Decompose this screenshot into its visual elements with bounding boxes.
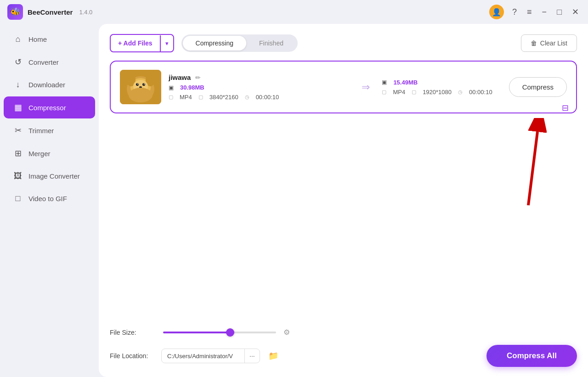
titlebar-left: 🐝 BeeConverter 1.4.0 xyxy=(7,4,92,20)
content-area: + Add Files ▾ Compressing Finished 🗑 Cle… xyxy=(99,24,588,377)
merger-icon: ⊞ xyxy=(13,148,23,158)
file-name-row: jiwawa ✏ xyxy=(169,73,350,81)
sidebar-item-label: Converter xyxy=(28,58,59,66)
app-logo: 🐝 xyxy=(7,4,23,20)
original-size: 30.98MB xyxy=(180,84,204,91)
folder-open-button[interactable]: 📁 xyxy=(266,349,281,363)
size-settings-button[interactable]: ⚙ xyxy=(282,326,292,338)
file-icon-orig: ▣ xyxy=(169,84,174,91)
sidebar-item-downloader[interactable]: ↓ Downloader xyxy=(4,74,95,96)
sidebar-item-image-converter[interactable]: 🖼 Image Converter xyxy=(4,165,95,187)
tab-compressing[interactable]: Compressing xyxy=(183,36,246,51)
file-location-row: File Location: C:/Users/Administrator/V … xyxy=(110,349,281,363)
main-layout: ⌂ Home ↺ Converter ↓ Downloader ▦ Compre… xyxy=(0,24,588,377)
close-button[interactable]: ✕ xyxy=(570,5,581,19)
help-button[interactable]: ? xyxy=(510,6,519,19)
sidebar-item-label: Image Converter xyxy=(28,172,80,180)
clock-icon-comp: ◷ xyxy=(458,89,463,95)
file-info-right: ▣ 15.49MB ▢ MP4 ▢ 1920*1080 ◷ 00:00:10 xyxy=(382,79,492,96)
sidebar-item-compressor[interactable]: ▦ Compressor xyxy=(4,96,95,118)
svg-point-6 xyxy=(136,83,139,86)
menu-button[interactable]: ≡ xyxy=(525,6,534,19)
home-icon: ⌂ xyxy=(13,34,23,44)
original-duration: 00:00:10 xyxy=(256,94,279,101)
original-resolution: 3840*2160 xyxy=(209,94,238,101)
svg-point-7 xyxy=(142,83,145,86)
sidebar-item-converter[interactable]: ↺ Converter xyxy=(4,51,95,73)
resolution-icon-orig: ▢ xyxy=(198,94,203,100)
add-files-button[interactable]: + Add Files ▾ xyxy=(110,34,174,52)
sidebar-item-home[interactable]: ⌂ Home xyxy=(4,28,95,50)
edit-icon[interactable]: ✏ xyxy=(195,74,201,81)
trash-icon: 🗑 xyxy=(531,39,537,47)
svg-point-11 xyxy=(129,88,153,102)
file-thumbnail xyxy=(120,70,161,104)
arrow-section: ⇒ xyxy=(357,81,374,93)
file-location-label: File Location: xyxy=(110,352,156,360)
clock-icon-orig: ◷ xyxy=(245,94,249,100)
compress-all-button[interactable]: Compress All xyxy=(486,345,577,367)
video-to-gif-icon: □ xyxy=(13,194,23,203)
clear-list-button[interactable]: 🗑 Clear List xyxy=(521,34,577,52)
red-arrow-annotation xyxy=(501,118,547,212)
sidebar-item-video-to-gif[interactable]: □ Video to GIF xyxy=(4,188,95,209)
format-icon-comp: ▢ xyxy=(382,89,386,95)
file-meta-original: ▣ 30.98MB xyxy=(169,84,350,91)
compressed-duration: 00:00:10 xyxy=(469,89,492,96)
sidebar: ⌂ Home ↺ Converter ↓ Downloader ▦ Compre… xyxy=(0,24,99,377)
image-converter-icon: 🖼 xyxy=(13,171,23,181)
top-bar: + Add Files ▾ Compressing Finished 🗑 Cle… xyxy=(110,34,577,52)
compress-button[interactable]: Compress xyxy=(509,77,567,97)
trimmer-icon: ✂ xyxy=(13,125,23,135)
converter-icon: ↺ xyxy=(13,57,23,67)
tab-group: Compressing Finished xyxy=(181,34,298,52)
add-files-dropdown-button[interactable]: ▾ xyxy=(160,35,173,51)
format-icon-orig: ▢ xyxy=(169,94,173,100)
sidebar-item-trimmer[interactable]: ✂ Trimmer xyxy=(4,119,95,141)
svg-point-8 xyxy=(137,84,138,84)
file-location-dots-button[interactable]: ··· xyxy=(244,349,260,363)
sidebar-item-label: Trimmer xyxy=(28,127,54,135)
compressor-icon: ▦ xyxy=(13,102,23,113)
downloader-icon: ↓ xyxy=(13,80,23,90)
file-size-row: File Size: ⚙ xyxy=(110,326,577,338)
tab-finished[interactable]: Finished xyxy=(246,36,296,51)
sidebar-item-label: Merger xyxy=(28,150,51,158)
sidebar-item-label: Compressor xyxy=(28,104,66,112)
card-settings-button[interactable]: ⊟ xyxy=(560,101,571,115)
bottom-bar: File Size: ⚙ File Location: C:/Users/Adm… xyxy=(110,317,577,367)
sidebar-item-label: Video to GIF xyxy=(28,195,67,203)
compressed-resolution: 1920*1080 xyxy=(423,89,452,96)
resolution-icon-comp: ▢ xyxy=(412,89,416,95)
titlebar-right: 👤 ? ≡ − □ ✕ xyxy=(489,5,581,19)
file-info-left: jiwawa ✏ ▣ 30.98MB ▢ MP4 ▢ 3840*2160 ◷ 0… xyxy=(169,73,350,101)
svg-point-9 xyxy=(144,84,145,84)
compressed-format: MP4 xyxy=(393,89,405,96)
file-size-slider[interactable] xyxy=(163,332,276,333)
file-name: jiwawa xyxy=(169,73,191,81)
sidebar-item-label: Home xyxy=(28,35,47,43)
maximize-button[interactable]: □ xyxy=(555,6,564,19)
compressed-size: 15.49MB xyxy=(393,79,418,86)
sidebar-item-label: Downloader xyxy=(28,81,65,89)
file-location-path: C:/Users/Administrator/V xyxy=(162,349,244,363)
user-avatar-icon[interactable]: 👤 xyxy=(489,5,504,19)
minimize-button[interactable]: − xyxy=(540,6,549,19)
file-meta-compressed-details: ▢ MP4 ▢ 1920*1080 ◷ 00:00:10 xyxy=(382,89,492,96)
clear-list-label: Clear List xyxy=(540,39,567,47)
app-title: BeeConverter xyxy=(28,8,73,16)
slider-container: ⚙ xyxy=(163,326,292,338)
bottom-row: File Location: C:/Users/Administrator/V … xyxy=(110,345,577,367)
add-files-main-button[interactable]: + Add Files xyxy=(111,35,160,51)
titlebar: 🐝 BeeConverter 1.4.0 👤 ? ≡ − □ ✕ xyxy=(0,0,588,24)
file-meta-compressed: ▣ 15.49MB xyxy=(382,79,492,86)
file-size-label: File Size: xyxy=(110,329,156,336)
file-card: jiwawa ✏ ▣ 30.98MB ▢ MP4 ▢ 3840*2160 ◷ 0… xyxy=(110,61,577,113)
file-icon-comp: ▣ xyxy=(382,79,387,85)
arrow-right-icon: ⇒ xyxy=(362,81,370,93)
original-format: MP4 xyxy=(180,94,192,101)
svg-line-13 xyxy=(528,132,537,205)
sidebar-item-merger[interactable]: ⊞ Merger xyxy=(4,142,95,164)
app-version: 1.4.0 xyxy=(79,9,92,16)
file-meta-original-details: ▢ MP4 ▢ 3840*2160 ◷ 00:00:10 xyxy=(169,94,350,101)
